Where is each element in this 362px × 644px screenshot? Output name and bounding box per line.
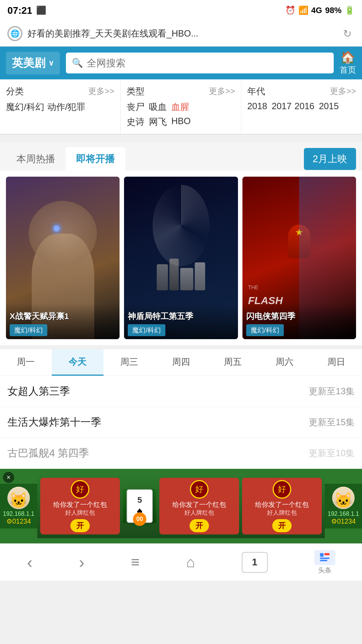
search-icon: 🔍	[72, 58, 83, 68]
ad-center-card: 5 ♠ 00	[123, 489, 156, 523]
ad-card-text: 给你发了一个红包	[172, 500, 226, 509]
show-card-badge: 魔幻/科幻	[246, 324, 284, 336]
week-day-sat[interactable]: 周六	[258, 349, 310, 376]
ad-num-left: ⚙01234	[6, 517, 31, 525]
week-day-sun[interactable]: 周日	[310, 349, 362, 376]
search-input[interactable]	[87, 57, 328, 69]
home-nav-icon: ⌂	[186, 554, 195, 571]
filter-tag[interactable]: 动作/犯罪	[47, 101, 86, 113]
filter-section: 分类 更多>> 魔幻/科幻 动作/犯罪 类型 更多>> 丧尸 吸血 血腥 史诗 …	[0, 79, 362, 135]
filter-tag[interactable]: 2015	[319, 101, 339, 111]
header-nav: 英美剧 ∨ 🔍 🏠 首页	[0, 47, 362, 79]
toutiao-label: 头条	[318, 566, 331, 575]
list-item[interactable]: 女超人第三季 更新至13集	[0, 376, 362, 407]
show-title: 生活大爆炸第十一季	[7, 415, 101, 429]
globe-icon: 🌐	[7, 26, 22, 41]
svg-rect-2	[320, 558, 330, 559]
show-card-badge: 魔幻/科幻	[10, 324, 47, 336]
status-time: 07:21	[7, 5, 32, 16]
show-card-title: 闪电侠第四季	[246, 311, 352, 322]
week-day-mon[interactable]: 周一	[0, 349, 52, 376]
nav-home-button[interactable]: ⌂	[186, 554, 195, 571]
show-card[interactable]: X战警天赋异禀1 魔幻/科幻	[6, 177, 120, 339]
back-icon: ‹	[27, 553, 32, 572]
svg-rect-3	[320, 560, 327, 561]
menu-icon: ≡	[131, 554, 139, 571]
ad-red-packet-3[interactable]: 好 给你发了一个红包 好人牌红包 开	[242, 478, 322, 534]
filter-year-tags: 2018 2017 2016 2015	[247, 101, 356, 111]
filter-year-more[interactable]: 更多>>	[330, 86, 356, 97]
nav-menu-button[interactable]: ≡	[131, 554, 139, 571]
filter-tag[interactable]: 2018	[247, 101, 267, 111]
filter-tag-highlight[interactable]: 血腥	[171, 101, 189, 113]
filter-type-title: 类型	[127, 85, 145, 97]
show-update: 更新至13集	[309, 385, 355, 397]
show-card-title: X战警天赋异禀1	[10, 311, 116, 322]
show-card[interactable]: THE FLASH 闪电侠第四季 魔幻/科幻	[242, 177, 356, 339]
filter-type-more[interactable]: 更多>>	[209, 86, 235, 97]
ad-card-icon: 好	[190, 480, 209, 499]
filter-tag[interactable]: 吸血	[149, 101, 167, 113]
list-item[interactable]: 古巴孤舰4 第四季 更新至10集	[0, 438, 362, 469]
home-icon: 🏠	[340, 50, 355, 64]
url-bar: 🌐 好看的美剧推荐_天天美剧在线观看_HBO... ↻	[0, 21, 362, 47]
list-item[interactable]: 生活大爆炸第十一季 更新至15集	[0, 407, 362, 438]
filter-category-more[interactable]: 更多>>	[88, 86, 114, 97]
ad-avatar-left: 🐱	[7, 487, 30, 509]
filter-tag[interactable]: 2017	[272, 101, 291, 111]
svg-rect-1	[324, 553, 330, 555]
ad-card-text: 给你发了一个红包	[255, 500, 309, 509]
refresh-icon[interactable]: ↻	[340, 26, 355, 41]
show-title: 古巴孤舰4 第四季	[7, 446, 89, 460]
ad-open-button[interactable]: 开	[272, 519, 292, 532]
tab-coming-soon[interactable]: 即将开播	[66, 147, 125, 171]
url-text[interactable]: 好看的美剧推荐_天天美剧在线观看_HBO...	[28, 28, 334, 40]
week-day-fri[interactable]: 周五	[207, 349, 258, 376]
show-list: 女超人第三季 更新至13集 生活大爆炸第十一季 更新至15集 古巴孤舰4 第四季…	[0, 376, 362, 469]
ad-cards-area: 好 给你发了一个红包 好人牌红包 开 5 ♠ 00 好 给你发了一个红包 好人牌…	[37, 474, 325, 538]
ad-banner: × 🐱 192.168.1.1 ⚙01234 好 给你发了一个红包 好人牌红包 …	[0, 469, 362, 543]
nav-back-button[interactable]: ‹	[27, 553, 32, 572]
week-day-wed[interactable]: 周三	[104, 349, 155, 376]
tabs-section: 本周热播 即将开播 2月上映	[0, 142, 362, 171]
ad-red-packet-1[interactable]: 好 给你发了一个红包 好人牌红包 开	[40, 478, 120, 534]
ad-open-button[interactable]: 开	[190, 519, 209, 532]
filter-tag[interactable]: 2016	[295, 101, 314, 111]
signal-icon: 📶	[298, 6, 308, 15]
filter-tag[interactable]: 魔幻/科幻	[6, 101, 44, 113]
search-bar[interactable]: 🔍	[66, 53, 334, 73]
tab-month-button[interactable]: 2月上映	[304, 148, 356, 170]
brand-dropdown-icon: ∨	[48, 59, 54, 67]
tab-weekly-hot[interactable]: 本周热播	[6, 147, 66, 171]
filter-tag[interactable]: 网飞	[149, 116, 167, 128]
battery-icon: 🔋	[344, 6, 355, 15]
show-update: 更新至10集	[309, 447, 355, 459]
filter-tag[interactable]: 史诗	[127, 116, 145, 128]
filter-col-category: 分类 更多>> 魔幻/科幻 动作/犯罪	[0, 79, 121, 134]
show-card[interactable]: 神盾局特工第五季 魔幻/科幻	[124, 177, 238, 339]
ad-ip-left: 192.168.1.1	[3, 511, 35, 517]
nav-toutiao-button[interactable]: 头条	[314, 550, 335, 575]
ad-side-panel-right: 🐱 192.168.1.1 ⚙01234	[325, 484, 362, 528]
week-day-today[interactable]: 今天	[52, 349, 104, 376]
ad-num-right: ⚙01234	[331, 517, 356, 525]
home-button[interactable]: 🏠 首页	[340, 50, 356, 76]
ad-red-packet-2[interactable]: 好 给你发了一个红包 好人牌红包 开	[159, 478, 239, 534]
filter-tag[interactable]: HBO	[171, 116, 191, 128]
show-update: 更新至15集	[309, 416, 355, 428]
nav-brand[interactable]: 英美剧 ∨	[6, 52, 60, 75]
nav-forward-button[interactable]: ›	[79, 553, 85, 572]
ad-card-icon: 好	[273, 480, 291, 499]
filter-tag[interactable]: 丧尸	[127, 101, 145, 113]
ad-card-subtext: 好人牌红包	[184, 509, 214, 517]
ad-open-button[interactable]: 开	[70, 519, 90, 532]
tab-count: 1	[242, 552, 268, 573]
nav-tabs-button[interactable]: 1	[242, 552, 268, 573]
ad-card-subtext: 好人牌红包	[65, 509, 95, 517]
screen-record-icon: ⬛	[36, 6, 46, 15]
ad-close-button[interactable]: ×	[3, 472, 14, 483]
network-label: 4G	[311, 6, 322, 15]
week-nav: 周一 今天 周三 周四 周五 周六 周日	[0, 349, 362, 376]
status-bar-right: ⏰ 📶 4G 98% 🔋	[285, 6, 355, 15]
week-day-thu[interactable]: 周四	[155, 349, 207, 376]
